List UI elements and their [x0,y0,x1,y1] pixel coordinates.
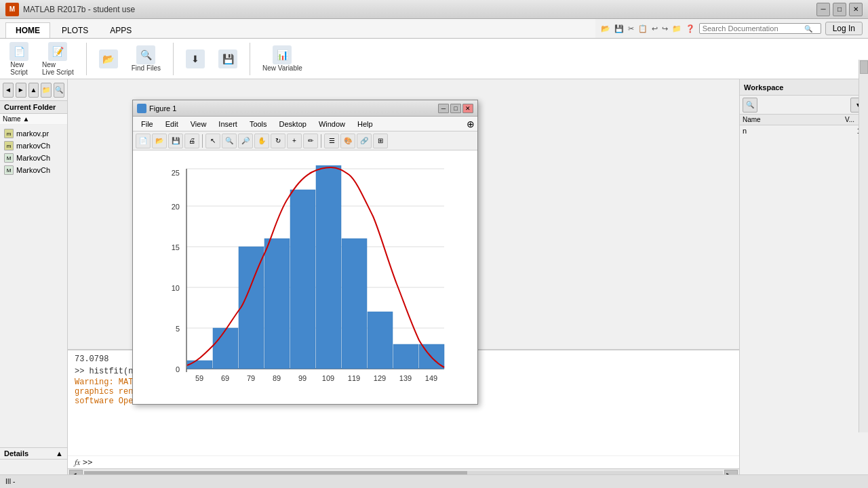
title-bar-controls: ─ □ ✕ [816,3,863,16]
file-icon-3: M [4,153,14,163]
search-box[interactable]: 🔍 [699,23,821,34]
back-button[interactable]: ◄ [3,83,14,98]
browse-button[interactable]: 📁 [41,83,52,98]
ribbon-icon-2[interactable]: 💾 [614,24,624,33]
new-live-script-label: NewLive Script [42,61,74,76]
new-live-script-button[interactable]: 📝 NewLive Script [38,41,78,77]
status-text: III - [5,478,15,485]
menu-file[interactable]: File [136,119,159,129]
workspace-label: Workspace [744,83,784,92]
maximize-button[interactable]: □ [833,3,846,16]
file-icon-2: m [4,141,14,150]
toolbar-separator-2 [173,43,174,75]
fig-tool-new[interactable]: 📄 [136,134,151,148]
menu-help[interactable]: Help [352,119,378,129]
ribbon-tabs: HOMEPLOTSAPPS [0,19,595,38]
figure-app-icon [137,104,146,113]
new-script-label: NewScript [10,61,28,76]
figure-minimize-button[interactable]: ─ [438,104,449,113]
bottom-status-bar: III - [0,474,868,488]
ribbon-icon-6[interactable]: ↪ [662,24,668,33]
fig-tool-zoom-out[interactable]: 🔎 [238,134,253,148]
fig-tool-subplot[interactable]: ⊞ [373,134,388,148]
menu-window[interactable]: Window [313,119,351,129]
cmd-scrollbar-h[interactable]: ◄ ► [68,468,739,474]
new-variable-button[interactable]: 📊 New Variable [258,44,307,73]
fig-tool-print[interactable]: 🖨 [184,134,199,148]
figure-undock-icon[interactable]: ⊕ [467,119,475,129]
ribbon-icon-1[interactable]: 📂 [601,24,610,33]
open-button[interactable]: 📂 [95,48,122,70]
login-button[interactable]: Log In [825,22,863,35]
fig-toolbar-sep2 [321,134,321,148]
file-item-2[interactable]: m markovCh [3,140,64,152]
menu-edit[interactable]: Edit [160,119,184,129]
ribbon-tab-apps[interactable]: APPS [100,22,142,38]
menu-insert[interactable]: Insert [213,119,243,129]
ribbon-tab-plots[interactable]: PLOTS [52,22,98,38]
folder-search-button[interactable]: 🔍 [54,83,64,98]
save-icon: 💾 [218,49,237,68]
bar-1 [187,361,212,369]
menu-tools[interactable]: Tools [244,119,273,129]
svg-text:15: 15 [172,243,180,251]
ribbon-icon-3[interactable]: ✂ [628,24,634,33]
new-script-button[interactable]: 📄 NewScript [5,41,33,77]
minimize-button[interactable]: ─ [816,3,830,16]
svg-text:69: 69 [221,374,229,382]
ribbon-icon-5[interactable]: ↩ [652,24,658,33]
ribbon-icon-8[interactable]: ❓ [686,24,695,33]
scroll-left-btn[interactable]: ◄ [69,470,83,475]
search-icon: 🔍 [804,25,812,33]
fig-tool-rotate[interactable]: ↻ [271,134,285,148]
figure-close-button[interactable]: ✕ [462,104,473,113]
menu-view[interactable]: View [185,119,212,129]
fig-tool-save[interactable]: 💾 [168,134,183,148]
file-item-4[interactable]: M MarkovCh [3,164,64,176]
fig-tool-legend[interactable]: ☰ [324,134,339,148]
forward-button[interactable]: ► [16,83,26,98]
menu-desktop[interactable]: Desktop [274,119,312,129]
scroll-thumb-h[interactable] [84,471,467,475]
close-button[interactable]: ✕ [849,3,863,16]
ws-search-btn[interactable]: 🔍 [743,98,757,113]
ribbon-icon-7[interactable]: 📁 [672,24,682,33]
figure-window: Figure 1 ─ □ ✕ File Edit View Insert Too… [132,100,478,405]
scroll-right-btn[interactable]: ► [724,470,738,475]
find-files-button[interactable]: 🔍 Find Files [127,44,165,73]
import-button[interactable]: ⬇ [182,48,209,70]
ribbon-tab-home[interactable]: HOME [5,22,50,38]
search-input[interactable] [703,24,804,33]
figure-controls: ─ □ ✕ [438,104,473,113]
fig-tool-colorbar[interactable]: 🎨 [340,134,355,148]
fig-tool-data-cursor[interactable]: + [287,134,302,148]
ribbon-icon-4[interactable]: 📋 [638,24,648,33]
fig-tool-open[interactable]: 📂 [152,134,167,148]
find-files-label: Find Files [132,64,161,72]
details-collapse-icon[interactable]: ▲ [56,449,63,458]
fig-tool-link[interactable]: 🔗 [357,134,372,148]
fig-tool-pointer[interactable]: ↖ [205,134,220,148]
svg-text:5: 5 [176,325,180,333]
svg-text:109: 109 [322,374,334,382]
file-item-1[interactable]: m markov.pr [3,127,64,140]
svg-text:59: 59 [195,374,203,382]
left-sidebar: ◄ ► ▲ 📁 🔍 Current Folder Name ▲ m markov… [0,79,68,474]
up-button[interactable]: ▲ [28,83,39,98]
cmd-input-line: 𝑓𝑥 >> [68,455,739,468]
fig-tool-zoom-in[interactable]: 🔍 [222,134,237,148]
file-name-1: markov.pr [16,129,49,138]
bar-4 [264,239,290,369]
scroll-track-h[interactable] [84,471,723,475]
file-item-3[interactable]: M MarkovCh [3,152,64,164]
figure-maximize-button[interactable]: □ [450,104,461,113]
figure-title: Figure 1 [149,104,176,113]
new-variable-icon: 📊 [273,45,292,64]
svg-text:129: 129 [374,374,386,382]
ws-item-n[interactable]: n 16 [740,125,868,136]
save-button[interactable]: 💾 [214,48,241,70]
fig-tool-pan[interactable]: ✋ [254,134,269,148]
ws-scrollbar-v[interactable] [859,79,868,432]
window-title: MATLAB R2017b - student use [23,5,135,14]
fig-tool-brush[interactable]: ✏ [303,134,318,148]
